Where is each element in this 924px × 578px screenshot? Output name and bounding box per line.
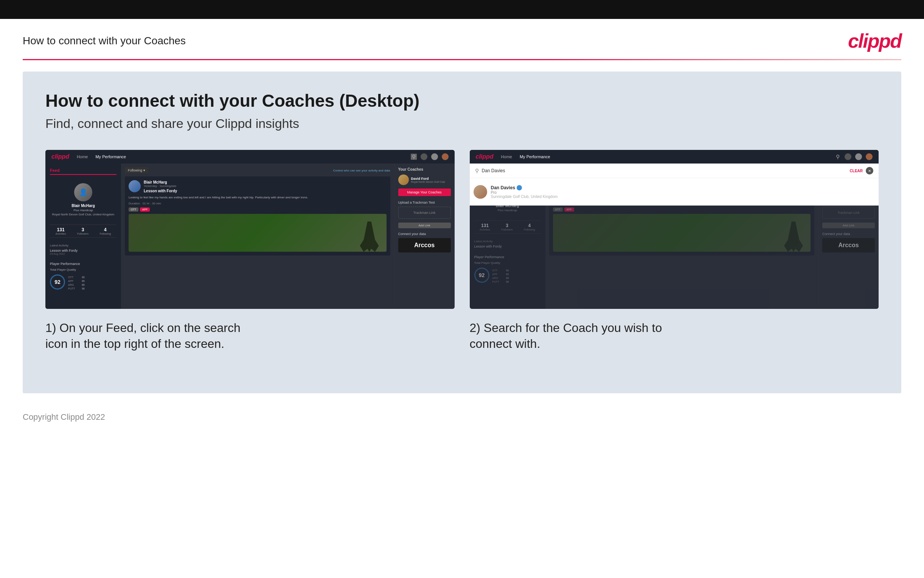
- header: How to connect with your Coaches clippd: [0, 19, 924, 59]
- screenshots-row: clippd Home My Performance ⚲ Feed: [45, 150, 879, 352]
- top-bar: [0, 0, 924, 19]
- result-club: Sunningdale Golf Club, United Kingdom: [491, 195, 558, 199]
- stat-activities: 131 Activities: [56, 227, 66, 235]
- bar-putt: PUTT 96: [68, 287, 85, 290]
- connect-section-2: Connect your data Arccos: [822, 232, 875, 252]
- avatar: 👤: [74, 183, 92, 201]
- close-search-button[interactable]: ✕: [866, 167, 873, 174]
- following-label: Following: [100, 232, 111, 235]
- stat-followers-2: 3 Followers: [502, 223, 513, 231]
- clippd-logo: clippd: [848, 29, 901, 52]
- mock-nav-performance: My Performance: [95, 154, 126, 159]
- mock-clippd-logo-2: clippd: [476, 153, 494, 160]
- page-subheading: Find, connect and share your Clippd insi…: [45, 116, 879, 131]
- coach-name: David Ford: [411, 177, 445, 180]
- mock-body-1: Feed 👤 Blair McHarg Plus Handicap Royal …: [45, 164, 455, 309]
- search-input[interactable]: Dan Davies: [482, 168, 847, 174]
- bar-arg: ARG 86: [68, 284, 85, 286]
- app-button[interactable]: APP: [140, 208, 150, 212]
- search-icon-2[interactable]: ⚲: [835, 154, 841, 160]
- coach-item: David Ford Royal North Devon Golf Club: [398, 174, 451, 185]
- manage-coaches-button[interactable]: Manage Your Coaches: [398, 188, 451, 196]
- result-name: Dan Davies: [491, 185, 516, 190]
- profile-icon-2[interactable]: [845, 153, 851, 160]
- latest-label: Latest Activity: [50, 244, 117, 247]
- bar-ott: OTT 90: [68, 276, 85, 279]
- mock-profile-area: 👤 Blair McHarg Plus Handicap Royal North…: [50, 180, 117, 219]
- result-info: Dan Davies Pro Sunningdale Golf Club, Un…: [491, 185, 558, 199]
- connect-section: Connect your data Arccos: [398, 232, 451, 252]
- page-title: How to connect with your Coaches: [23, 35, 186, 47]
- mock-nav-icons: ⚲: [411, 153, 448, 160]
- clear-button[interactable]: CLEAR: [850, 169, 863, 173]
- mock-nav-2: clippd Home My Performance ⚲: [470, 150, 879, 164]
- mock-sidebar-1: Feed 👤 Blair McHarg Plus Handicap Royal …: [45, 164, 121, 309]
- post-duration: Duration 01 hr : 30 min: [129, 202, 387, 205]
- footer: Copyright Clippd 2022: [0, 404, 924, 430]
- search-icon[interactable]: ⚲: [411, 154, 417, 160]
- followers-label: Followers: [77, 232, 89, 235]
- step-text-2: 2) Search for the Coach you wish toconne…: [470, 309, 879, 352]
- add-link-button-2[interactable]: Add Link: [822, 222, 875, 228]
- mock-nav-home: Home: [77, 154, 88, 159]
- ott-button[interactable]: OTT: [129, 208, 138, 212]
- verified-badge: [517, 185, 522, 190]
- add-link-button[interactable]: Add Link: [398, 222, 451, 228]
- page-heading: How to connect with your Coaches (Deskto…: [45, 91, 879, 111]
- perf-label: Player Performance: [50, 262, 117, 266]
- search-overlay: ⚲ Dan Davies CLEAR ✕ Dan Davies: [470, 164, 879, 206]
- coach-avatar: [398, 174, 409, 185]
- mock-feed-main: Following ▾ Control who can see your act…: [121, 164, 394, 309]
- header-divider: [23, 59, 901, 60]
- step-2-text: 2) Search for the Coach you wish toconne…: [470, 321, 662, 351]
- screenshot-panel-2: clippd Home My Performance ⚲ ⚲ Dan Davie…: [470, 150, 879, 352]
- quality-label: Total Player Quality: [50, 268, 117, 271]
- trackman-box-2: Trackman Link: [822, 207, 875, 219]
- copyright: Copyright Clippd 2022: [23, 412, 105, 422]
- search-results: Dan Davies Pro Sunningdale Golf Club, Un…: [470, 178, 879, 206]
- settings-icon[interactable]: [431, 153, 438, 160]
- avatar-icon-2[interactable]: [866, 153, 872, 160]
- result-role: Pro: [491, 190, 558, 195]
- connect-title-2: Connect your data: [822, 232, 875, 236]
- quality-score: 92: [50, 274, 65, 289]
- perf-2: Player Performance Total Player Quality …: [474, 255, 541, 284]
- search-result-item[interactable]: Dan Davies Pro Sunningdale Golf Club, Un…: [474, 182, 875, 202]
- screenshot-box-1: clippd Home My Performance ⚲ Feed: [45, 150, 455, 309]
- bar-app: APP 85: [68, 280, 85, 283]
- post-avatar: [129, 180, 141, 192]
- mock-nav-1: clippd Home My Performance ⚲: [45, 150, 455, 164]
- arccos-logo: Arccos: [398, 238, 451, 252]
- mock-stats-2: 131 Activities 3 Followers 4 Following: [474, 220, 541, 234]
- connect-title: Connect your data: [398, 232, 451, 236]
- coach-club: Royal North Devon Golf Club: [411, 180, 445, 183]
- profile-icon[interactable]: [421, 153, 427, 160]
- avatar-icon[interactable]: [442, 153, 448, 160]
- golfer-silhouette: [360, 221, 379, 252]
- mock-performance-section: Player Performance Total Player Quality …: [50, 262, 117, 291]
- settings-icon-2[interactable]: [855, 153, 862, 160]
- screenshot-panel-1: clippd Home My Performance ⚲ Feed: [45, 150, 455, 352]
- latest-2: Latest Activity Lesson with Fordy: [474, 240, 541, 248]
- trackman-title: Upload a Trackman Test: [398, 201, 451, 205]
- mock-latest-activity: Latest Activity Lesson with Fordy 03 Aug…: [50, 244, 117, 255]
- latest-item: Lesson with Fordy: [50, 249, 117, 252]
- main-content: How to connect with your Coaches (Deskto…: [23, 71, 901, 393]
- post-buttons: OTT APP: [129, 208, 387, 212]
- mock-stats: 131 Activities 3 Followers 4 Following: [50, 224, 117, 238]
- post-info: Blair McHarg Yesterday · Sunningdale Les…: [144, 180, 177, 193]
- mock-feed-label: Feed: [50, 168, 117, 175]
- duration-value: 01 hr : 30 min: [142, 202, 161, 205]
- followers-count: 3: [77, 227, 89, 232]
- post-text: Looking to feel like my hands are exitin…: [129, 195, 387, 200]
- mock-clippd-logo: clippd: [52, 153, 69, 160]
- screenshot-box-2: clippd Home My Performance ⚲ ⚲ Dan Davie…: [470, 150, 879, 309]
- mock-nav-icons-2: ⚲: [835, 153, 872, 160]
- following-row: Following ▾ Control who can see your act…: [125, 167, 390, 174]
- control-link[interactable]: Control who can see your activity and da…: [333, 169, 390, 172]
- post-title: Lesson with Fordy: [144, 189, 177, 193]
- following-count: 4: [100, 227, 111, 232]
- stat-following-2: 4 Following: [524, 223, 535, 231]
- following-button[interactable]: Following ▾: [125, 167, 148, 174]
- user-handicap: Plus Handicap: [50, 209, 117, 212]
